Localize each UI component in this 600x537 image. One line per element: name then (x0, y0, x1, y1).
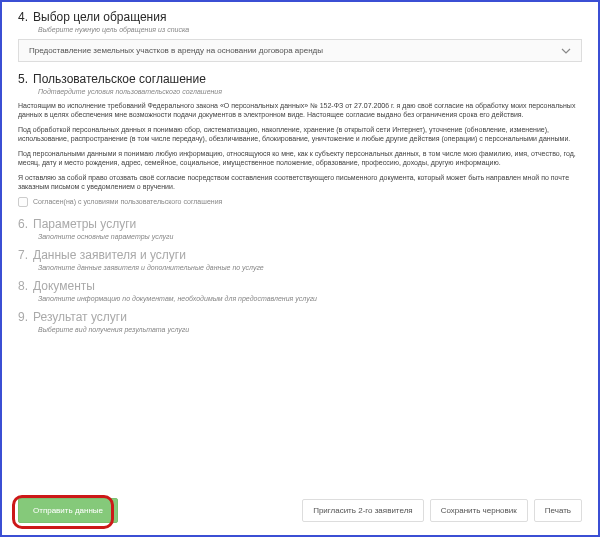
print-button[interactable]: Печать (534, 499, 582, 522)
section-number: 6. (18, 217, 28, 231)
agreement-paragraph: Настоящим во исполнение требований Федер… (18, 101, 582, 120)
section-result: 9. Результат услуги Выберите вид получен… (18, 310, 582, 333)
section-documents: 8. Документы Заполните информацию по док… (18, 279, 582, 302)
agreement-checkbox[interactable] (18, 197, 28, 207)
agreement-checkbox-label: Согласен(на) с условиями пользовательско… (33, 198, 222, 205)
agreement-paragraph: Под обработкой персональных данных я пон… (18, 125, 582, 144)
footer-actions: Отправить данные Пригласить 2-го заявите… (2, 488, 598, 535)
invite-second-applicant-button[interactable]: Пригласить 2-го заявителя (302, 499, 424, 522)
section-subtitle: Заполните основные параметры услуги (38, 233, 582, 240)
section-params: 6. Параметры услуги Заполните основные п… (18, 217, 582, 240)
submit-button[interactable]: Отправить данные (18, 498, 118, 523)
save-draft-button[interactable]: Сохранить черновик (430, 499, 528, 522)
section-subtitle: Выберите нужную цель обращения из списка (38, 26, 582, 33)
section-number: 9. (18, 310, 28, 324)
section-title: Параметры услуги (33, 217, 136, 231)
chevron-down-icon (561, 48, 571, 54)
section-title: Данные заявителя и услуги (33, 248, 186, 262)
section-number: 7. (18, 248, 28, 262)
section-number: 8. (18, 279, 28, 293)
section-title: Пользовательское соглашение (33, 72, 206, 86)
section-title: Выбор цели обращения (33, 10, 166, 24)
goal-select-value: Предоставление земельных участков в арен… (29, 46, 323, 55)
agreement-paragraph: Под персональными данными я понимаю любу… (18, 149, 582, 168)
section-subtitle: Заполните данные заявителя и дополнитель… (38, 264, 582, 271)
section-subtitle: Выберите вид получения результата услуги (38, 326, 582, 333)
section-number: 4. (18, 10, 28, 24)
section-agreement: 5. Пользовательское соглашение Подтверди… (18, 72, 582, 207)
section-applicant: 7. Данные заявителя и услуги Заполните д… (18, 248, 582, 271)
section-title: Результат услуги (33, 310, 127, 324)
goal-select[interactable]: Предоставление земельных участков в арен… (18, 39, 582, 62)
section-number: 5. (18, 72, 28, 86)
agreement-paragraph: Я оставляю за собой право отозвать своё … (18, 173, 582, 192)
section-title: Документы (33, 279, 95, 293)
section-goal: 4. Выбор цели обращения Выберите нужную … (18, 10, 582, 62)
section-subtitle: Подтвердите условия пользовательского со… (38, 88, 582, 95)
section-subtitle: Заполните информацию по документам, необ… (38, 295, 582, 302)
